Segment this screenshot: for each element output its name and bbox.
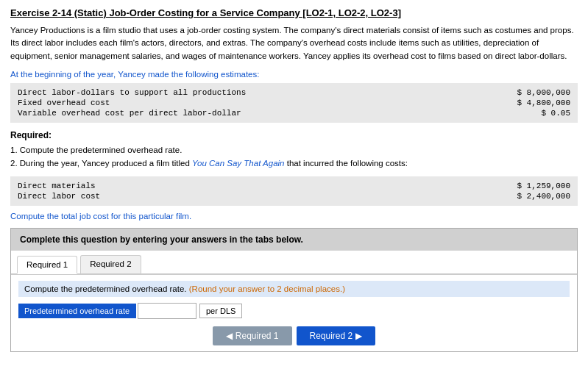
estimate-value-2: $ 4,800,000	[497, 98, 570, 107]
tab-required-2[interactable]: Required 2	[80, 255, 141, 273]
complete-box: Complete this question by entering your …	[10, 228, 578, 352]
cost-row-1: Direct materials $ 1,259,000	[18, 181, 570, 191]
instruction-orange: (Round your answer to 2 decimal places.)	[189, 284, 345, 293]
cost-value-1: $ 1,259,000	[497, 182, 570, 190]
estimate-row-1: Direct labor-dollars to support all prod…	[18, 87, 570, 98]
required-title: Required:	[10, 130, 578, 140]
required-section: Required: 1. Compute the predetermined o…	[10, 130, 578, 171]
estimate-value-3: $ 0.05	[497, 109, 570, 118]
compute-line: Compute the total job cost for this part…	[10, 212, 578, 221]
estimate-label-3: Variable overhead cost per direct labor-…	[18, 109, 497, 118]
cost-value-2: $ 2,400,000	[497, 192, 570, 201]
description: Yancey Productions is a film studio that…	[10, 24, 578, 62]
estimates-table: Direct labor-dollars to support all prod…	[10, 83, 578, 123]
input-label: Predetermined overhead rate	[18, 304, 136, 318]
estimate-row-2: Fixed overhead cost $ 4,800,000	[18, 98, 570, 108]
page-container: Exercise 2-14 (Static) Job-Order Costing…	[0, 0, 588, 365]
instruction-text: Compute the predetermined overhead rate.	[24, 284, 189, 293]
tab-required-1[interactable]: Required 1	[17, 256, 77, 274]
estimate-label-2: Fixed overhead cost	[18, 98, 497, 107]
required-item-2: 2. During the year, Yancey produced a fi…	[10, 157, 578, 170]
tabs-row: Required 1 Required 2	[11, 251, 577, 275]
description-text: Yancey Productions is a film studio that…	[10, 26, 574, 60]
estimate-value-1: $ 8,000,000	[497, 88, 570, 97]
req-text-1: Compute the predetermined overhead rate.	[20, 146, 183, 154]
instruction-line: Compute the predetermined overhead rate.…	[18, 281, 570, 297]
costs-table: Direct materials $ 1,259,000 Direct labo…	[10, 176, 578, 206]
tab-content: Compute the predetermined overhead rate.…	[11, 275, 577, 351]
prev-button[interactable]: ◀ Required 1	[213, 326, 291, 345]
next-button[interactable]: Required 2 ▶	[297, 326, 375, 345]
req-text2-2: that incurred the following costs:	[285, 159, 408, 168]
per-dls-label: per DLS	[199, 304, 242, 318]
req-text-2: During the year, Yancey produced a film …	[20, 159, 192, 168]
cost-label-1: Direct materials	[18, 182, 497, 190]
estimates-intro: At the beginning of the year, Yancey mad…	[10, 70, 578, 79]
req-num-2: 2.	[10, 159, 18, 168]
estimate-label-1: Direct labor-dollars to support all prod…	[18, 88, 497, 97]
required-item-1: 1. Compute the predetermined overhead ra…	[10, 143, 578, 157]
complete-box-header: Complete this question by entering your …	[11, 229, 577, 251]
req-italic-2: You Can Say That Again	[192, 159, 285, 168]
cost-label-2: Direct labor cost	[18, 192, 497, 201]
req-num-1: 1.	[10, 146, 18, 154]
page-title: Exercise 2-14 (Static) Job-Order Costing…	[10, 7, 578, 18]
cost-row-2: Direct labor cost $ 2,400,000	[18, 191, 570, 201]
overhead-rate-input[interactable]	[138, 303, 196, 319]
estimate-row-3: Variable overhead cost per direct labor-…	[18, 108, 570, 118]
input-row: Predetermined overhead rate per DLS	[18, 303, 570, 319]
nav-buttons: ◀ Required 1 Required 2 ▶	[18, 326, 570, 345]
